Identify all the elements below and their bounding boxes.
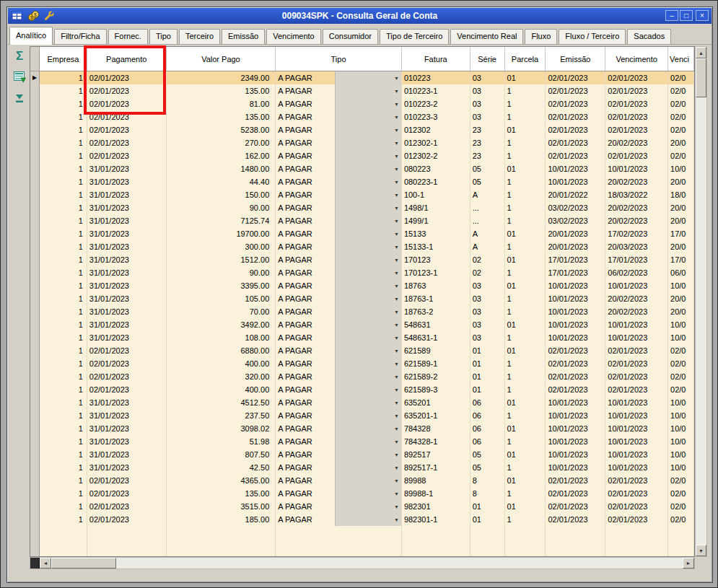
table-row[interactable]: 131/01/20233098.02A PAGAR▼784328060110/0… [30, 422, 694, 435]
cell-valor-pago[interactable]: 70.00 [167, 305, 276, 318]
cell-s-rie[interactable]: 23 [470, 149, 505, 162]
cell-empresa[interactable]: 1 [40, 97, 87, 110]
cell-parcela[interactable]: 01 [505, 253, 546, 266]
cell-valor-pago[interactable]: 4512.50 [167, 396, 276, 409]
cell-empresa[interactable]: 1 [40, 110, 87, 123]
table-row[interactable]: 102/01/2023162.00A PAGAR▼012302-223102/0… [30, 149, 694, 162]
cell-emiss-o[interactable]: 10/01/2023 [546, 422, 605, 435]
cell-s-rie[interactable]: A [470, 188, 505, 201]
cell-vencimento[interactable]: 20/02/2023 [605, 305, 668, 318]
tipo-dropdown[interactable]: ▼ [335, 253, 401, 266]
cell-vencimento[interactable]: 10/01/2023 [605, 318, 668, 331]
cell-fatura[interactable]: 010223-1 [402, 84, 470, 97]
cell-emiss-o[interactable]: 02/01/2023 [546, 149, 605, 162]
cell-tipo[interactable]: A PAGAR▼ [276, 149, 402, 162]
table-row[interactable]: 131/01/2023237.50A PAGAR▼635201-106110/0… [30, 409, 694, 422]
scroll-up-button[interactable]: ▲ [696, 47, 706, 58]
cell-s-rie[interactable]: 01 [470, 357, 505, 370]
cell-fatura[interactable]: 892517-1 [402, 461, 470, 474]
cell-parcela[interactable]: 1 [505, 136, 546, 149]
cell-emiss-o[interactable]: 20/01/2022 [546, 188, 605, 201]
cell-parcela[interactable]: 1 [505, 357, 546, 370]
cell-s-rie[interactable]: 03 [470, 292, 505, 305]
cell-tipo[interactable]: A PAGAR▼ [276, 110, 402, 123]
horizontal-scroll-thumb[interactable] [51, 558, 116, 569]
cell-s-rie[interactable]: 02 [470, 253, 505, 266]
cell-pagamento[interactable]: 02/01/2023 [87, 149, 167, 162]
tab-filtro-ficha[interactable]: Filtro/Ficha [54, 29, 106, 44]
cell-venci[interactable]: 02/0 [668, 357, 694, 370]
cell-empresa[interactable]: 1 [40, 396, 87, 409]
cell-pagamento[interactable]: 31/01/2023 [87, 435, 167, 448]
cell-venci[interactable]: 06/0 [668, 266, 694, 279]
cell-tipo[interactable]: A PAGAR▼ [276, 201, 402, 214]
tipo-dropdown[interactable]: ▼ [335, 435, 401, 448]
tipo-dropdown[interactable]: ▼ [335, 227, 401, 240]
tipo-dropdown[interactable]: ▼ [335, 292, 401, 305]
table-row[interactable]: 131/01/202390.00A PAGAR▼1498/1...103/02/… [30, 201, 694, 214]
cell-parcela[interactable]: 01 [505, 448, 546, 461]
table-row[interactable]: 102/01/2023135.00A PAGAR▼010223-303102/0… [30, 110, 694, 123]
cell-empresa[interactable]: 1 [40, 84, 87, 97]
cell-emiss-o[interactable]: 03/02/2023 [546, 214, 605, 227]
cell-tipo[interactable]: A PAGAR▼ [276, 448, 402, 461]
cell-empresa[interactable]: 1 [40, 461, 87, 474]
tipo-dropdown[interactable]: ▼ [335, 110, 401, 123]
cell-vencimento[interactable]: 20/02/2023 [605, 175, 668, 188]
table-row[interactable]: 131/01/20233395.00A PAGAR▼18763030110/01… [30, 279, 694, 292]
cell-valor-pago[interactable]: 51.98 [167, 435, 276, 448]
table-row[interactable]: 102/01/202381.00A PAGAR▼010223-203102/01… [30, 97, 694, 110]
cell-parcela[interactable]: 1 [505, 240, 546, 253]
table-row[interactable]: 102/01/20234365.00A PAGAR▼8998880102/01/… [30, 474, 694, 487]
cell-tipo[interactable]: A PAGAR▼ [276, 344, 402, 357]
cell-parcela[interactable]: 01 [505, 474, 546, 487]
cell-parcela[interactable]: 01 [505, 396, 546, 409]
cell-emiss-o[interactable]: 10/01/2023 [546, 409, 605, 422]
cell-valor-pago[interactable]: 135.00 [167, 110, 276, 123]
cell-pagamento[interactable]: 31/01/2023 [87, 305, 167, 318]
cell-vencimento[interactable]: 02/01/2023 [605, 84, 668, 97]
cell-emiss-o[interactable]: 02/01/2023 [546, 474, 605, 487]
vertical-scroll-thumb[interactable] [696, 58, 706, 97]
cell-fatura[interactable]: 012302-2 [402, 149, 470, 162]
cell-pagamento[interactable]: 02/01/2023 [87, 136, 167, 149]
cell-emiss-o[interactable]: 10/01/2023 [546, 175, 605, 188]
cell-tipo[interactable]: A PAGAR▼ [276, 240, 402, 253]
cell-parcela[interactable]: 1 [505, 331, 546, 344]
cell-venci[interactable]: 02/0 [668, 500, 694, 513]
cell-valor-pago[interactable]: 807.50 [167, 448, 276, 461]
cell-valor-pago[interactable]: 150.00 [167, 188, 276, 201]
cell-pagamento[interactable]: 31/01/2023 [87, 292, 167, 305]
cell-s-rie[interactable]: 01 [470, 370, 505, 383]
cell-venci[interactable]: 02/0 [668, 71, 694, 84]
tab-consumidor[interactable]: Consumidor [323, 29, 378, 44]
cell-parcela[interactable]: 1 [505, 201, 546, 214]
cell-venci[interactable]: 18/0 [668, 188, 694, 201]
cell-fatura[interactable]: 010223-2 [402, 97, 470, 110]
cell-empresa[interactable]: 1 [40, 409, 87, 422]
tab-tipo-de-terceiro[interactable]: Tipo de Terceiro [380, 29, 449, 44]
cell-pagamento[interactable]: 31/01/2023 [87, 279, 167, 292]
cell-venci[interactable]: 02/0 [668, 383, 694, 396]
cell-tipo[interactable]: A PAGAR▼ [276, 422, 402, 435]
cell-pagamento[interactable]: 31/01/2023 [87, 253, 167, 266]
cell-venci[interactable]: 02/0 [668, 84, 694, 97]
cell-fatura[interactable]: 1498/1 [402, 201, 470, 214]
cell-tipo[interactable]: A PAGAR▼ [276, 331, 402, 344]
cell-fatura[interactable]: 012302 [402, 123, 470, 136]
cell-vencimento[interactable]: 10/01/2023 [605, 396, 668, 409]
cell-parcela[interactable]: 01 [505, 318, 546, 331]
tab-vencimento[interactable]: Vencimento [266, 29, 320, 44]
sum-icon[interactable]: Σ [12, 49, 27, 63]
cell-pagamento[interactable]: 31/01/2023 [87, 409, 167, 422]
cell-valor-pago[interactable]: 5238.00 [167, 123, 276, 136]
column-header-empresa[interactable]: Empresa [40, 47, 87, 71]
scroll-down-button[interactable]: ▼ [696, 545, 706, 556]
cell-s-rie[interactable]: 03 [470, 97, 505, 110]
cell-pagamento[interactable]: 31/01/2023 [87, 396, 167, 409]
cell-tipo[interactable]: A PAGAR▼ [276, 487, 402, 500]
cell-venci[interactable]: 10/0 [668, 396, 694, 409]
cell-emiss-o[interactable]: 10/01/2023 [546, 448, 605, 461]
column-header-parcela[interactable]: Parcela [505, 47, 546, 71]
cell-venci[interactable]: 10/0 [668, 448, 694, 461]
